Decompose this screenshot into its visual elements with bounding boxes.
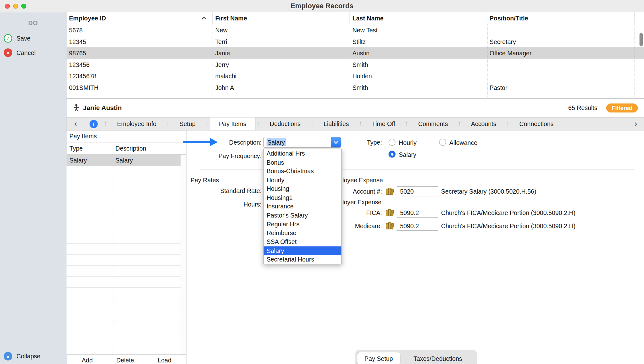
tab-separator-icon: ⋮ (404, 118, 409, 130)
dropdown-option[interactable]: Bonus-Christmas (264, 167, 341, 175)
column-header-type[interactable]: Type (69, 145, 83, 152)
tab-comments[interactable]: Comments (409, 118, 457, 130)
dropdown-option[interactable]: Housing1 (264, 193, 341, 202)
tab-liabilities[interactable]: Liabilities (315, 118, 358, 130)
column-header-employee-id[interactable]: Employee ID (67, 12, 213, 24)
filtered-badge[interactable]: Filtered (606, 103, 638, 112)
tab-separator-icon: ⋮ (505, 118, 511, 130)
dropdown-option[interactable]: Pastor's Salary (264, 211, 341, 220)
record-bar: Janie Austin 65 Results Filtered (67, 98, 644, 117)
sidebar: DO ✓ Save ✕ Cancel « Collapse (0, 12, 67, 364)
column-header-first-name[interactable]: First Name (213, 12, 350, 24)
tabs-scroll-right-button[interactable]: › (628, 118, 644, 130)
collapse-button[interactable]: « Collapse (0, 349, 66, 363)
hours-label: Hours: (203, 201, 262, 208)
tab-time-off[interactable]: Time Off (363, 118, 404, 130)
cell-last-name: Stiltz (350, 38, 487, 45)
tab-pay-setup[interactable]: Pay Setup (357, 352, 400, 364)
cell-employee-id: 12345678 (67, 73, 213, 80)
titlebar: Employee Records (0, 0, 644, 12)
save-label: Save (16, 35, 31, 42)
minimize-window-button[interactable] (13, 4, 18, 9)
cell-first-name: New (213, 26, 350, 33)
dropdown-button[interactable] (331, 137, 341, 147)
cancel-label: Cancel (16, 49, 36, 56)
tab-setup[interactable]: Setup (171, 118, 204, 130)
add-pay-item-button[interactable]: Add (82, 357, 93, 364)
collapse-chevrons-icon: « (4, 352, 12, 360)
description-dropdown[interactable]: Salary (263, 137, 341, 148)
column-header-description[interactable]: Description (115, 145, 146, 152)
person-icon (73, 104, 80, 112)
standard-rate-label: Standard Rate: (203, 187, 262, 194)
radio-salary-label: Salary (399, 151, 416, 158)
radio-hourly-label: Hourly (399, 139, 417, 146)
zoom-window-button[interactable] (21, 4, 26, 9)
traffic-lights (5, 4, 26, 9)
table-row[interactable]: 5678 New New Test (67, 24, 644, 36)
dropdown-option[interactable]: Reimburse (264, 229, 341, 237)
cell-first-name: Janie (213, 49, 350, 56)
tab-separator-icon: ⋮ (255, 118, 261, 130)
account-lookup-icon[interactable] (386, 188, 395, 195)
pay-items-panel: Pay Items Type Description Salary Salary (67, 130, 186, 364)
table-row[interactable]: 12345678 malachi Holden (67, 70, 644, 82)
chevron-down-icon (334, 139, 338, 144)
dropdown-option[interactable]: Regular Hrs (264, 220, 341, 229)
close-window-button[interactable] (5, 4, 10, 9)
cell-position: Office Manager (487, 49, 635, 56)
dropdown-option[interactable]: Hourly (264, 175, 341, 184)
tab-pay-items[interactable]: Pay Items (210, 118, 256, 130)
main-content: Employee ID First Name Last Name Positio… (67, 12, 644, 364)
delete-pay-item-button[interactable]: Delete (116, 357, 134, 364)
account-lookup-icon[interactable] (386, 209, 395, 217)
cancel-button[interactable]: ✕ Cancel (0, 46, 66, 60)
tab-taxes-deductions[interactable]: Taxes/Deductions (400, 352, 475, 364)
cell-description: Salary (114, 157, 133, 164)
dropdown-option[interactable]: SSA Offset (264, 237, 341, 246)
tab-employee-info[interactable]: Employee Info (108, 118, 165, 130)
tab-deductions[interactable]: Deductions (261, 118, 309, 130)
medicare-account-field[interactable]: 5090.2 (397, 221, 438, 231)
tab-accounts[interactable]: Accounts (462, 118, 505, 130)
table-row[interactable]: 123456 Jerry Smith (67, 59, 644, 70)
dropdown-option[interactable]: Housing (264, 184, 341, 193)
table-scrollbar-thumb[interactable] (640, 33, 643, 46)
account-number-field[interactable]: 5020 (397, 186, 438, 196)
table-row-selected[interactable]: 98765 Janie Austin Office Manager (67, 47, 644, 59)
column-header-position[interactable]: Position/Title (487, 12, 635, 24)
fica-account-description: Church's FICA/Medicare Portion (3000.509… (441, 209, 575, 216)
column-header-filler (635, 12, 644, 24)
cell-employee-id: 98765 (67, 49, 213, 56)
radio-allowance[interactable] (439, 139, 446, 146)
save-check-icon: ✓ (4, 34, 12, 42)
cell-employee-id: 001SMITH (67, 84, 213, 91)
empty-rows (67, 166, 181, 354)
load-pay-item-button[interactable]: Load (158, 357, 172, 364)
medicare-account-description: Church's FICA/Medicare Portion (3000.509… (441, 223, 575, 229)
save-button[interactable]: ✓ Save (0, 31, 66, 46)
tab-connections[interactable]: Connections (511, 118, 562, 130)
dropdown-option[interactable]: Secretarial Hours (264, 255, 341, 264)
cell-employee-id: 123456 (67, 61, 213, 68)
dropdown-option[interactable]: Bonus (264, 158, 341, 167)
dropdown-option-selected[interactable]: Salary (264, 246, 341, 255)
account-lookup-icon[interactable] (386, 222, 395, 230)
table-row[interactable]: 001SMITH John A Smith Pastor (67, 82, 644, 93)
radio-hourly[interactable] (389, 139, 396, 146)
table-row[interactable]: 12345 Terri Stiltz Secretary (67, 36, 644, 47)
radio-salary-selected[interactable] (389, 151, 396, 157)
pay-item-row-selected[interactable]: Salary Salary (67, 155, 181, 166)
dropdown-option[interactable]: Insurance (264, 202, 341, 211)
bottom-tab-group: Pay Setup Taxes/Deductions (355, 350, 477, 364)
tabs-scroll-left-button[interactable]: ‹ (67, 118, 85, 130)
employee-table-header: Employee ID First Name Last Name Positio… (67, 12, 644, 24)
column-divider (114, 142, 114, 154)
pay-items-scrollbar-track[interactable] (181, 155, 186, 354)
column-divider (350, 24, 350, 97)
fica-account-field[interactable]: 5090.2 (397, 208, 438, 218)
account-description: Secretary Salary (3000.5020.H.56) (441, 188, 536, 195)
column-header-last-name[interactable]: Last Name (350, 12, 487, 24)
info-button[interactable]: i (85, 118, 103, 130)
dropdown-option[interactable]: Additional Hrs (264, 149, 341, 158)
